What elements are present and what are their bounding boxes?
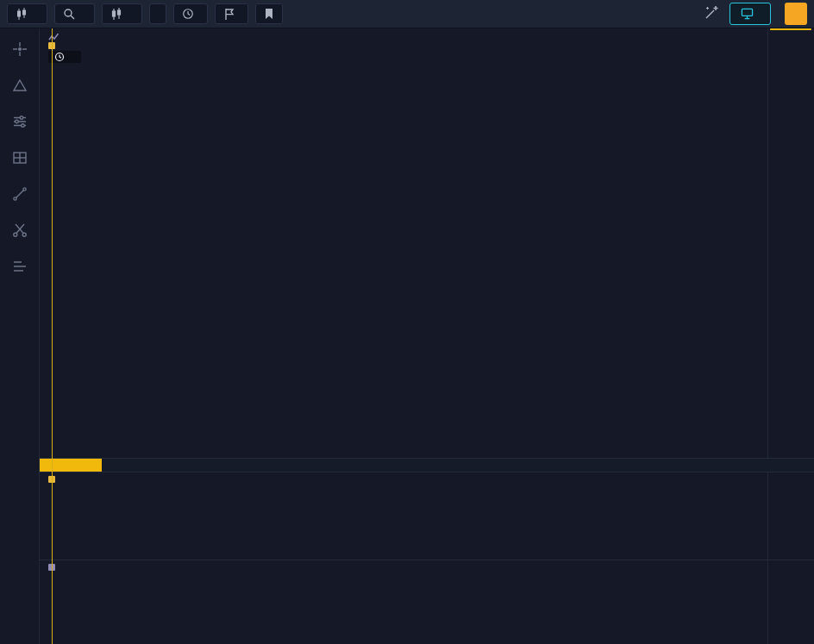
candles-icon: [110, 8, 122, 21]
rsi-legend: [48, 564, 67, 571]
chart-menu-button[interactable]: [7, 3, 47, 24]
clock-icon: [54, 52, 65, 62]
rsi-series-icon: [48, 564, 55, 571]
crosshair-timestamp: [48, 51, 81, 63]
alert-price-badge: [770, 28, 811, 30]
bookmark-icon: [264, 8, 274, 20]
crosshair-time-label: [40, 459, 102, 472]
candlestick-chart-icon: [16, 8, 28, 21]
series-icon: [48, 33, 59, 42]
crosshair-tool[interactable]: [11, 41, 28, 58]
grid-layout-tool[interactable]: [11, 149, 28, 166]
shapes-tool[interactable]: [11, 77, 28, 94]
flag-icon: [223, 8, 235, 21]
price-axis[interactable]: [767, 28, 814, 458]
magic-wand-icon: [704, 5, 719, 20]
macd-axis[interactable]: [767, 472, 814, 560]
chart-legend: [48, 33, 106, 63]
magic-tools-button[interactable]: [704, 5, 719, 22]
pattern-list-tool[interactable]: [11, 258, 28, 275]
chart-region: [40, 28, 814, 644]
scissors-tool[interactable]: [11, 222, 28, 239]
macd-series-icon: [48, 476, 55, 483]
rsi-pane[interactable]: [40, 560, 814, 644]
macd-legend: [48, 476, 79, 483]
instrument-search-button[interactable]: [54, 3, 95, 24]
chart-type-button[interactable]: [102, 3, 142, 24]
search-icon: [63, 8, 75, 20]
drawing-toolbar: [0, 28, 40, 644]
trade-monitor-icon: [741, 8, 754, 20]
price-pane[interactable]: [40, 28, 814, 458]
main-content: [0, 28, 814, 644]
clock-icon: [182, 8, 194, 20]
trade-now-button[interactable]: [729, 3, 771, 25]
keltner-series-icon: [48, 42, 55, 49]
indicators-button[interactable]: [215, 3, 248, 24]
trendline-tool[interactable]: [11, 185, 28, 203]
time-axis[interactable]: [40, 458, 814, 472]
macd-pane[interactable]: [40, 472, 814, 560]
top-toolbar: [0, 0, 814, 28]
timeframe-button[interactable]: [149, 3, 166, 24]
period-button[interactable]: [173, 3, 208, 24]
indicator-settings-tool[interactable]: [11, 113, 28, 130]
rsi-axis[interactable]: [767, 560, 814, 644]
collapse-panel-button[interactable]: [785, 3, 807, 25]
bookmark-button[interactable]: [255, 3, 283, 24]
